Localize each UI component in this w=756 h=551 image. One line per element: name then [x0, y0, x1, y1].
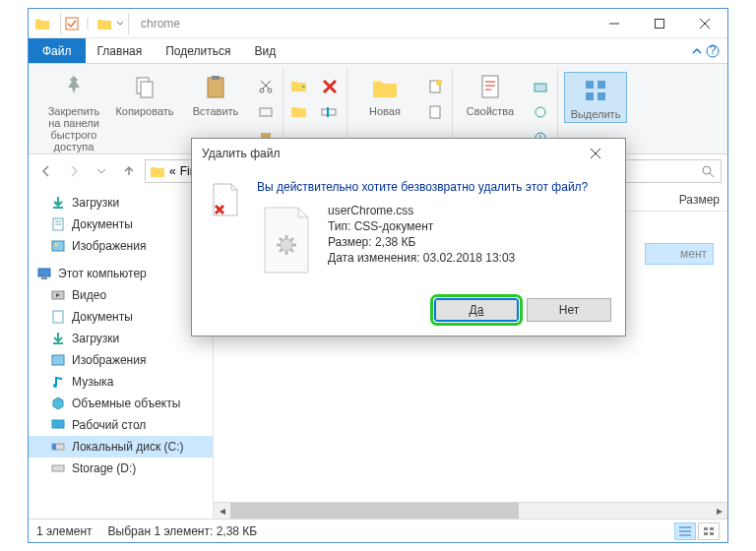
svg-rect-12	[260, 108, 272, 116]
window-controls	[592, 9, 727, 38]
nav-up-button[interactable]	[117, 159, 141, 183]
close-button[interactable]	[682, 9, 727, 38]
paste-button[interactable]: Вставить	[184, 72, 247, 117]
nav-pictures-2[interactable]: Изображения	[29, 349, 213, 371]
file-delete-icon	[208, 180, 243, 275]
svg-rect-18	[430, 106, 440, 118]
delete-x-icon	[320, 77, 340, 96]
edit-icon	[533, 104, 548, 120]
file-row-selected[interactable]: мент	[645, 243, 714, 265]
cut-button[interactable]	[255, 76, 277, 97]
svg-rect-35	[38, 269, 50, 276]
nav-local-disk-c[interactable]: Локальный диск (C:)	[29, 436, 213, 458]
window-title: chrome	[133, 17, 592, 31]
menu-file[interactable]: Файл	[29, 38, 86, 63]
nav-documents[interactable]: Документы	[29, 214, 213, 235]
properties-icon	[474, 72, 506, 103]
svg-rect-52	[710, 532, 714, 535]
yes-button[interactable]: Да	[434, 298, 519, 322]
svg-rect-26	[598, 92, 605, 100]
properties-button[interactable]: Свойства	[459, 72, 522, 117]
file-type-icon	[257, 204, 316, 275]
help-icon[interactable]: ?	[706, 44, 720, 58]
scroll-thumb[interactable]	[230, 503, 519, 520]
file-name: userChrome.css	[328, 204, 515, 217]
folder-icon	[96, 17, 112, 31]
open-icon	[533, 79, 548, 94]
scroll-right-button[interactable]: ▸	[711, 503, 727, 520]
new-item-button[interactable]	[424, 76, 446, 97]
svg-rect-3	[656, 19, 664, 28]
nav-desktop[interactable]: Рабочий стол	[29, 414, 213, 436]
nav-videos[interactable]: Видео	[29, 284, 213, 306]
open-button[interactable]	[530, 76, 551, 97]
dialog-titlebar: Удалить файл	[192, 139, 625, 168]
svg-point-34	[55, 244, 58, 247]
ribbon-collapse[interactable]: ?	[684, 38, 727, 63]
nav-storage-d[interactable]: Storage (D:)	[29, 458, 213, 479]
dropdown-icon[interactable]	[116, 17, 124, 31]
svg-rect-45	[52, 465, 64, 471]
view-mode-toggle	[674, 522, 720, 540]
rename-icon	[320, 104, 340, 120]
menu-view[interactable]: Вид	[242, 38, 287, 63]
svg-rect-33	[52, 241, 64, 251]
horizontal-scrollbar[interactable]: ◂ ▸	[214, 502, 727, 519]
view-details-button[interactable]	[674, 522, 696, 540]
svg-rect-20	[535, 84, 546, 92]
dialog-close-button[interactable]	[576, 141, 615, 166]
new-folder-icon	[369, 72, 401, 103]
new-folder-button[interactable]: Новая	[353, 72, 416, 117]
svg-point-27	[703, 166, 711, 174]
svg-rect-40	[52, 355, 64, 365]
move-to-button[interactable]	[289, 76, 311, 97]
column-size[interactable]: Размер	[679, 193, 720, 207]
breadcrumb-overflow[interactable]: «	[169, 164, 176, 178]
nav-documents-2[interactable]: Документы	[29, 306, 213, 328]
maximize-button[interactable]	[637, 9, 682, 38]
no-button[interactable]: Нет	[527, 298, 611, 322]
select-button[interactable]: Выделить	[564, 72, 627, 123]
nav-pictures[interactable]: Изображения	[29, 235, 213, 257]
nav-music[interactable]: Музыка	[29, 371, 213, 393]
rename-button[interactable]	[319, 101, 341, 123]
copy-button[interactable]: Копировать	[113, 72, 176, 117]
menu-share[interactable]: Поделиться	[154, 38, 242, 63]
nav-back-button[interactable]	[34, 159, 58, 183]
svg-rect-24	[598, 81, 605, 89]
svg-point-41	[53, 384, 57, 388]
svg-rect-42	[52, 420, 64, 428]
edit-button[interactable]	[530, 101, 551, 123]
nav-downloads[interactable]: Загрузки	[29, 192, 213, 214]
svg-rect-0	[66, 18, 78, 30]
status-item-count: 1 элемент	[36, 524, 93, 538]
dialog-button-row: Да Нет	[192, 290, 625, 336]
nav-downloads-2[interactable]: Загрузки	[29, 328, 213, 349]
menu-home[interactable]: Главная	[86, 38, 155, 63]
scroll-left-button[interactable]: ◂	[214, 503, 230, 520]
new-item-icon	[427, 79, 443, 94]
svg-rect-50	[710, 527, 714, 530]
nav-recent-button[interactable]	[90, 159, 113, 183]
status-bar: 1 элемент Выбран 1 элемент: 2,38 КБ	[29, 519, 727, 542]
navigation-pane[interactable]: Загрузки Документы Изображения Этот комп…	[29, 188, 214, 519]
minimize-button[interactable]	[592, 9, 637, 38]
nav-this-pc[interactable]: Этот компьютер	[29, 263, 213, 284]
easy-access-button[interactable]	[424, 101, 446, 123]
titlebar: chrome	[29, 9, 727, 38]
svg-rect-9	[212, 76, 220, 80]
file-size: Размер: 2,38 КБ	[328, 235, 515, 249]
path-icon	[258, 104, 274, 120]
nav-3d-objects[interactable]: Объемные объекты	[29, 393, 213, 414]
pin-icon	[58, 72, 90, 103]
copy-icon	[129, 72, 160, 103]
copy-path-button[interactable]	[255, 101, 277, 123]
pin-button[interactable]: Закрепить на панели быстрого доступа	[42, 72, 105, 153]
quick-access-toolbar[interactable]	[60, 13, 129, 34]
nav-forward-button[interactable]	[62, 159, 86, 183]
svg-line-59	[290, 249, 293, 252]
view-icons-button[interactable]	[698, 522, 720, 540]
delete-button[interactable]	[319, 76, 341, 97]
svg-point-10	[260, 89, 264, 92]
copy-to-button[interactable]	[289, 101, 311, 123]
